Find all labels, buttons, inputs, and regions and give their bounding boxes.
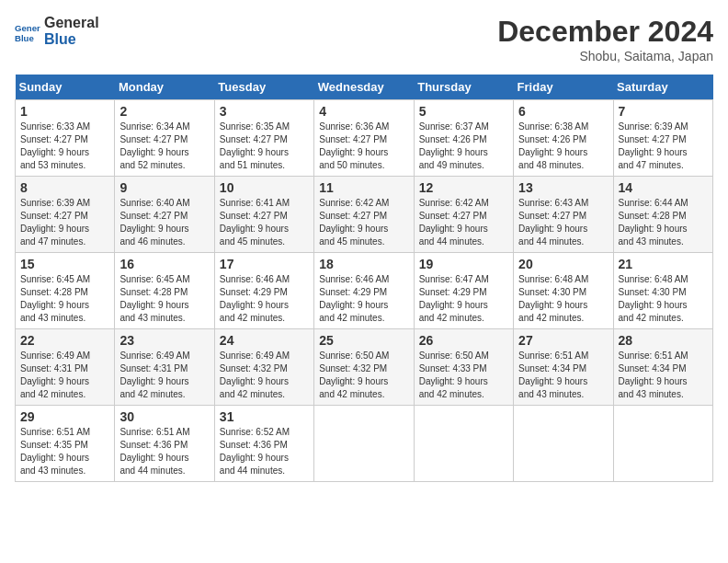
calendar-cell: 21Sunrise: 6:48 AM Sunset: 4:30 PM Dayli… (613, 253, 712, 329)
weekday-header-friday: Friday (514, 75, 613, 100)
calendar-cell: 22Sunrise: 6:49 AM Sunset: 4:31 PM Dayli… (16, 329, 115, 406)
day-number: 17 (220, 257, 309, 271)
day-number: 9 (119, 180, 209, 195)
calendar-cell: 8Sunrise: 6:39 AM Sunset: 4:27 PM Daylig… (16, 177, 115, 253)
logo-general: General (44, 15, 99, 31)
svg-text:Blue: Blue (15, 32, 34, 42)
weekday-header-sunday: Sunday (16, 75, 115, 100)
day-info: Sunrise: 6:39 AM Sunset: 4:27 PM Dayligh… (20, 197, 109, 248)
day-number: 16 (119, 257, 209, 271)
day-info: Sunrise: 6:38 AM Sunset: 4:26 PM Dayligh… (518, 121, 608, 172)
day-number: 22 (20, 333, 109, 348)
day-number: 6 (518, 104, 608, 119)
calendar-cell: 26Sunrise: 6:50 AM Sunset: 4:33 PM Dayli… (414, 329, 513, 406)
month-title: December 2024 (497, 15, 713, 49)
page-header: General Blue General Blue December 2024 … (15, 15, 713, 63)
day-info: Sunrise: 6:50 AM Sunset: 4:33 PM Dayligh… (419, 350, 508, 401)
calendar-cell: 2Sunrise: 6:34 AM Sunset: 4:27 PM Daylig… (115, 100, 214, 177)
day-number: 25 (319, 333, 408, 348)
day-number: 19 (419, 257, 508, 271)
svg-text:General: General (15, 23, 40, 33)
calendar-cell: 10Sunrise: 6:41 AM Sunset: 4:27 PM Dayli… (214, 177, 313, 253)
day-number: 14 (619, 180, 708, 195)
day-info: Sunrise: 6:48 AM Sunset: 4:30 PM Dayligh… (518, 273, 608, 325)
calendar-cell: 14Sunrise: 6:44 AM Sunset: 4:28 PM Dayli… (613, 177, 712, 253)
calendar-cell: 20Sunrise: 6:48 AM Sunset: 4:30 PM Dayli… (514, 253, 613, 329)
calendar-cell (414, 406, 513, 482)
day-number: 28 (619, 333, 708, 348)
calendar-cell: 31Sunrise: 6:52 AM Sunset: 4:36 PM Dayli… (214, 406, 313, 482)
calendar-week-row: 29Sunrise: 6:51 AM Sunset: 4:35 PM Dayli… (16, 406, 713, 482)
day-number: 13 (518, 180, 608, 195)
day-info: Sunrise: 6:49 AM Sunset: 4:32 PM Dayligh… (220, 350, 309, 401)
calendar-cell: 19Sunrise: 6:47 AM Sunset: 4:29 PM Dayli… (414, 253, 513, 329)
day-info: Sunrise: 6:51 AM Sunset: 4:35 PM Dayligh… (20, 426, 109, 477)
day-number: 26 (419, 333, 508, 348)
day-number: 27 (518, 333, 608, 348)
day-info: Sunrise: 6:40 AM Sunset: 4:27 PM Dayligh… (119, 197, 209, 248)
day-info: Sunrise: 6:51 AM Sunset: 4:34 PM Dayligh… (619, 350, 708, 401)
logo-icon: General Blue (15, 18, 40, 44)
weekday-header-tuesday: Tuesday (214, 75, 313, 100)
calendar-week-row: 15Sunrise: 6:45 AM Sunset: 4:28 PM Dayli… (16, 253, 713, 329)
calendar-cell: 17Sunrise: 6:46 AM Sunset: 4:29 PM Dayli… (214, 253, 313, 329)
day-info: Sunrise: 6:51 AM Sunset: 4:34 PM Dayligh… (518, 350, 608, 401)
calendar-cell: 25Sunrise: 6:50 AM Sunset: 4:32 PM Dayli… (314, 329, 414, 406)
day-info: Sunrise: 6:52 AM Sunset: 4:36 PM Dayligh… (220, 426, 309, 477)
day-info: Sunrise: 6:34 AM Sunset: 4:27 PM Dayligh… (119, 121, 209, 172)
day-number: 30 (119, 409, 209, 424)
day-number: 3 (220, 104, 309, 119)
day-info: Sunrise: 6:46 AM Sunset: 4:29 PM Dayligh… (319, 273, 408, 325)
day-info: Sunrise: 6:41 AM Sunset: 4:27 PM Dayligh… (220, 197, 309, 248)
calendar-cell: 9Sunrise: 6:40 AM Sunset: 4:27 PM Daylig… (115, 177, 214, 253)
calendar-cell: 15Sunrise: 6:45 AM Sunset: 4:28 PM Dayli… (16, 253, 115, 329)
calendar-cell: 13Sunrise: 6:43 AM Sunset: 4:27 PM Dayli… (514, 177, 613, 253)
calendar-cell: 29Sunrise: 6:51 AM Sunset: 4:35 PM Dayli… (16, 406, 115, 482)
day-number: 29 (20, 409, 109, 424)
logo-blue: Blue (44, 31, 99, 48)
weekday-header-monday: Monday (115, 75, 214, 100)
day-info: Sunrise: 6:47 AM Sunset: 4:29 PM Dayligh… (419, 273, 508, 325)
day-number: 31 (220, 409, 309, 424)
day-info: Sunrise: 6:39 AM Sunset: 4:27 PM Dayligh… (619, 121, 708, 172)
day-number: 5 (419, 104, 508, 119)
calendar-cell: 4Sunrise: 6:36 AM Sunset: 4:27 PM Daylig… (314, 100, 414, 177)
weekday-header-thursday: Thursday (414, 75, 513, 100)
day-number: 18 (319, 257, 408, 271)
day-info: Sunrise: 6:45 AM Sunset: 4:28 PM Dayligh… (119, 273, 209, 325)
calendar-cell: 5Sunrise: 6:37 AM Sunset: 4:26 PM Daylig… (414, 100, 513, 177)
day-info: Sunrise: 6:36 AM Sunset: 4:27 PM Dayligh… (319, 121, 408, 172)
calendar-cell: 28Sunrise: 6:51 AM Sunset: 4:34 PM Dayli… (613, 329, 712, 406)
day-info: Sunrise: 6:43 AM Sunset: 4:27 PM Dayligh… (518, 197, 608, 248)
day-info: Sunrise: 6:42 AM Sunset: 4:27 PM Dayligh… (419, 197, 508, 248)
weekday-header-saturday: Saturday (613, 75, 712, 100)
day-info: Sunrise: 6:49 AM Sunset: 4:31 PM Dayligh… (119, 350, 209, 401)
day-number: 12 (419, 180, 508, 195)
weekday-header-wednesday: Wednesday (314, 75, 414, 100)
calendar-cell: 12Sunrise: 6:42 AM Sunset: 4:27 PM Dayli… (414, 177, 513, 253)
calendar-cell: 1Sunrise: 6:33 AM Sunset: 4:27 PM Daylig… (16, 100, 115, 177)
weekday-header-row: SundayMondayTuesdayWednesdayThursdayFrid… (16, 75, 713, 100)
calendar-cell: 16Sunrise: 6:45 AM Sunset: 4:28 PM Dayli… (115, 253, 214, 329)
calendar-cell: 3Sunrise: 6:35 AM Sunset: 4:27 PM Daylig… (214, 100, 313, 177)
calendar-cell: 30Sunrise: 6:51 AM Sunset: 4:36 PM Dayli… (115, 406, 214, 482)
day-info: Sunrise: 6:46 AM Sunset: 4:29 PM Dayligh… (220, 273, 309, 325)
day-info: Sunrise: 6:44 AM Sunset: 4:28 PM Dayligh… (619, 197, 708, 248)
calendar-week-row: 22Sunrise: 6:49 AM Sunset: 4:31 PM Dayli… (16, 329, 713, 406)
day-number: 4 (319, 104, 408, 119)
calendar-cell: 18Sunrise: 6:46 AM Sunset: 4:29 PM Dayli… (314, 253, 414, 329)
day-number: 20 (518, 257, 608, 271)
day-info: Sunrise: 6:51 AM Sunset: 4:36 PM Dayligh… (119, 426, 209, 477)
day-info: Sunrise: 6:35 AM Sunset: 4:27 PM Dayligh… (220, 121, 309, 172)
day-number: 24 (220, 333, 309, 348)
day-number: 11 (319, 180, 408, 195)
day-number: 10 (220, 180, 309, 195)
day-info: Sunrise: 6:45 AM Sunset: 4:28 PM Dayligh… (20, 273, 109, 325)
day-info: Sunrise: 6:42 AM Sunset: 4:27 PM Dayligh… (319, 197, 408, 248)
day-number: 2 (119, 104, 209, 119)
logo: General Blue General Blue (15, 15, 99, 47)
calendar-table: SundayMondayTuesdayWednesdayThursdayFrid… (15, 75, 713, 482)
calendar-week-row: 1Sunrise: 6:33 AM Sunset: 4:27 PM Daylig… (16, 100, 713, 177)
day-info: Sunrise: 6:37 AM Sunset: 4:26 PM Dayligh… (419, 121, 508, 172)
day-info: Sunrise: 6:33 AM Sunset: 4:27 PM Dayligh… (20, 121, 109, 172)
